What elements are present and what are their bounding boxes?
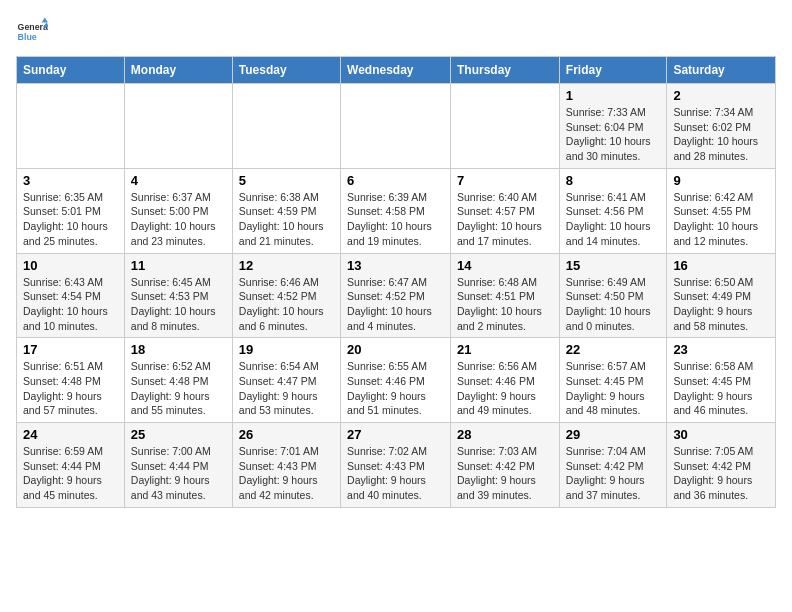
calendar-cell: 2Sunrise: 7:34 AM Sunset: 6:02 PM Daylig… (667, 84, 776, 169)
svg-text:General: General (18, 22, 48, 32)
day-number: 13 (347, 258, 444, 273)
calendar-cell: 7Sunrise: 6:40 AM Sunset: 4:57 PM Daylig… (451, 168, 560, 253)
day-number: 24 (23, 427, 118, 442)
calendar-cell: 23Sunrise: 6:58 AM Sunset: 4:45 PM Dayli… (667, 338, 776, 423)
calendar-cell: 5Sunrise: 6:38 AM Sunset: 4:59 PM Daylig… (232, 168, 340, 253)
day-number: 2 (673, 88, 769, 103)
day-info: Sunrise: 6:56 AM Sunset: 4:46 PM Dayligh… (457, 359, 553, 418)
day-number: 18 (131, 342, 226, 357)
calendar-cell: 6Sunrise: 6:39 AM Sunset: 4:58 PM Daylig… (341, 168, 451, 253)
day-info: Sunrise: 7:01 AM Sunset: 4:43 PM Dayligh… (239, 444, 334, 503)
day-number: 8 (566, 173, 661, 188)
day-number: 5 (239, 173, 334, 188)
day-number: 26 (239, 427, 334, 442)
day-number: 16 (673, 258, 769, 273)
day-info: Sunrise: 6:57 AM Sunset: 4:45 PM Dayligh… (566, 359, 661, 418)
day-number: 4 (131, 173, 226, 188)
calendar-cell (232, 84, 340, 169)
calendar-cell: 9Sunrise: 6:42 AM Sunset: 4:55 PM Daylig… (667, 168, 776, 253)
calendar-cell: 24Sunrise: 6:59 AM Sunset: 4:44 PM Dayli… (17, 423, 125, 508)
day-number: 30 (673, 427, 769, 442)
calendar-cell (341, 84, 451, 169)
day-info: Sunrise: 6:46 AM Sunset: 4:52 PM Dayligh… (239, 275, 334, 334)
day-info: Sunrise: 6:54 AM Sunset: 4:47 PM Dayligh… (239, 359, 334, 418)
day-number: 17 (23, 342, 118, 357)
day-number: 12 (239, 258, 334, 273)
calendar-cell: 16Sunrise: 6:50 AM Sunset: 4:49 PM Dayli… (667, 253, 776, 338)
day-info: Sunrise: 6:51 AM Sunset: 4:48 PM Dayligh… (23, 359, 118, 418)
calendar-cell (17, 84, 125, 169)
day-info: Sunrise: 6:38 AM Sunset: 4:59 PM Dayligh… (239, 190, 334, 249)
day-number: 20 (347, 342, 444, 357)
day-number: 10 (23, 258, 118, 273)
calendar-cell: 25Sunrise: 7:00 AM Sunset: 4:44 PM Dayli… (124, 423, 232, 508)
calendar-cell (451, 84, 560, 169)
day-info: Sunrise: 6:49 AM Sunset: 4:50 PM Dayligh… (566, 275, 661, 334)
calendar-cell: 14Sunrise: 6:48 AM Sunset: 4:51 PM Dayli… (451, 253, 560, 338)
svg-text:Blue: Blue (18, 32, 37, 42)
day-number: 27 (347, 427, 444, 442)
day-number: 14 (457, 258, 553, 273)
day-info: Sunrise: 6:45 AM Sunset: 4:53 PM Dayligh… (131, 275, 226, 334)
day-info: Sunrise: 6:42 AM Sunset: 4:55 PM Dayligh… (673, 190, 769, 249)
logo: General Blue (16, 16, 52, 48)
day-info: Sunrise: 7:33 AM Sunset: 6:04 PM Dayligh… (566, 105, 661, 164)
day-info: Sunrise: 6:40 AM Sunset: 4:57 PM Dayligh… (457, 190, 553, 249)
day-number: 29 (566, 427, 661, 442)
day-info: Sunrise: 6:55 AM Sunset: 4:46 PM Dayligh… (347, 359, 444, 418)
day-info: Sunrise: 6:43 AM Sunset: 4:54 PM Dayligh… (23, 275, 118, 334)
calendar-cell (124, 84, 232, 169)
day-info: Sunrise: 7:02 AM Sunset: 4:43 PM Dayligh… (347, 444, 444, 503)
calendar-cell: 27Sunrise: 7:02 AM Sunset: 4:43 PM Dayli… (341, 423, 451, 508)
calendar-cell: 13Sunrise: 6:47 AM Sunset: 4:52 PM Dayli… (341, 253, 451, 338)
weekday-header-monday: Monday (124, 57, 232, 84)
calendar-table: SundayMondayTuesdayWednesdayThursdayFrid… (16, 56, 776, 508)
day-info: Sunrise: 7:00 AM Sunset: 4:44 PM Dayligh… (131, 444, 226, 503)
day-number: 28 (457, 427, 553, 442)
day-number: 23 (673, 342, 769, 357)
calendar-cell: 15Sunrise: 6:49 AM Sunset: 4:50 PM Dayli… (559, 253, 667, 338)
calendar-cell: 29Sunrise: 7:04 AM Sunset: 4:42 PM Dayli… (559, 423, 667, 508)
calendar-cell: 3Sunrise: 6:35 AM Sunset: 5:01 PM Daylig… (17, 168, 125, 253)
day-number: 9 (673, 173, 769, 188)
day-number: 6 (347, 173, 444, 188)
calendar-cell: 22Sunrise: 6:57 AM Sunset: 4:45 PM Dayli… (559, 338, 667, 423)
calendar-cell: 19Sunrise: 6:54 AM Sunset: 4:47 PM Dayli… (232, 338, 340, 423)
day-number: 21 (457, 342, 553, 357)
day-info: Sunrise: 6:41 AM Sunset: 4:56 PM Dayligh… (566, 190, 661, 249)
day-info: Sunrise: 6:35 AM Sunset: 5:01 PM Dayligh… (23, 190, 118, 249)
weekday-header-wednesday: Wednesday (341, 57, 451, 84)
calendar-cell: 28Sunrise: 7:03 AM Sunset: 4:42 PM Dayli… (451, 423, 560, 508)
calendar-cell: 1Sunrise: 7:33 AM Sunset: 6:04 PM Daylig… (559, 84, 667, 169)
day-info: Sunrise: 6:48 AM Sunset: 4:51 PM Dayligh… (457, 275, 553, 334)
weekday-header-sunday: Sunday (17, 57, 125, 84)
day-number: 19 (239, 342, 334, 357)
weekday-header-tuesday: Tuesday (232, 57, 340, 84)
day-info: Sunrise: 6:52 AM Sunset: 4:48 PM Dayligh… (131, 359, 226, 418)
day-info: Sunrise: 6:39 AM Sunset: 4:58 PM Dayligh… (347, 190, 444, 249)
calendar-cell: 17Sunrise: 6:51 AM Sunset: 4:48 PM Dayli… (17, 338, 125, 423)
calendar-cell: 21Sunrise: 6:56 AM Sunset: 4:46 PM Dayli… (451, 338, 560, 423)
day-info: Sunrise: 7:03 AM Sunset: 4:42 PM Dayligh… (457, 444, 553, 503)
day-number: 1 (566, 88, 661, 103)
logo-icon: General Blue (16, 16, 48, 48)
page-header: General Blue (16, 16, 776, 48)
weekday-header-thursday: Thursday (451, 57, 560, 84)
weekday-header-saturday: Saturday (667, 57, 776, 84)
calendar-cell: 18Sunrise: 6:52 AM Sunset: 4:48 PM Dayli… (124, 338, 232, 423)
calendar-cell: 10Sunrise: 6:43 AM Sunset: 4:54 PM Dayli… (17, 253, 125, 338)
calendar-cell: 8Sunrise: 6:41 AM Sunset: 4:56 PM Daylig… (559, 168, 667, 253)
weekday-header-friday: Friday (559, 57, 667, 84)
day-info: Sunrise: 6:59 AM Sunset: 4:44 PM Dayligh… (23, 444, 118, 503)
calendar-cell: 4Sunrise: 6:37 AM Sunset: 5:00 PM Daylig… (124, 168, 232, 253)
svg-marker-2 (42, 18, 48, 23)
day-info: Sunrise: 7:05 AM Sunset: 4:42 PM Dayligh… (673, 444, 769, 503)
day-number: 15 (566, 258, 661, 273)
day-number: 25 (131, 427, 226, 442)
calendar-cell: 26Sunrise: 7:01 AM Sunset: 4:43 PM Dayli… (232, 423, 340, 508)
day-info: Sunrise: 7:04 AM Sunset: 4:42 PM Dayligh… (566, 444, 661, 503)
day-number: 11 (131, 258, 226, 273)
calendar-cell: 12Sunrise: 6:46 AM Sunset: 4:52 PM Dayli… (232, 253, 340, 338)
day-number: 3 (23, 173, 118, 188)
day-info: Sunrise: 6:47 AM Sunset: 4:52 PM Dayligh… (347, 275, 444, 334)
